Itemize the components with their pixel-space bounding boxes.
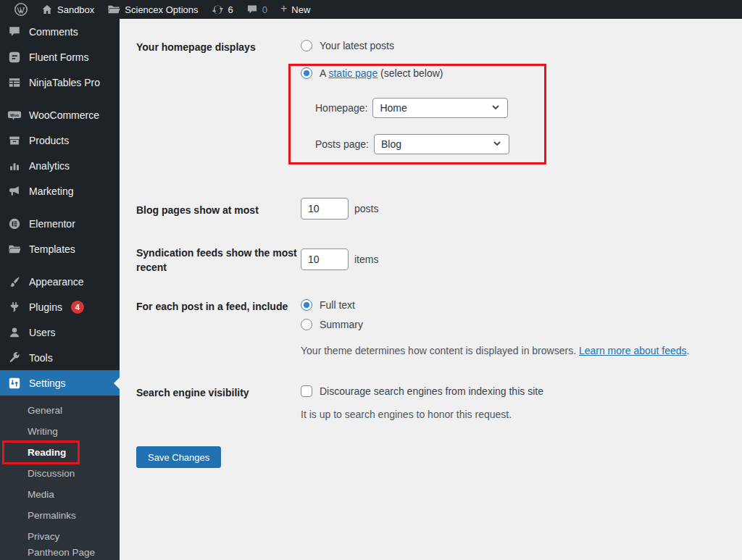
syndication-unit: items (354, 254, 378, 265)
syndication-control: items (301, 244, 742, 275)
sidebar-item-tools[interactable]: Tools (0, 345, 120, 370)
folder-icon (107, 4, 120, 15)
admin-sidebar: Comments Fluent Forms NinjaTables Pro Wo… (0, 19, 120, 560)
submenu-item-media[interactable]: Media (0, 484, 120, 505)
ninja-tables-icon (7, 75, 22, 90)
search-visibility-label: Search engine visibility (136, 384, 301, 422)
sidebar-item-plugins[interactable]: Plugins 4 (0, 294, 120, 319)
sidebar-item-label: NinjaTables Pro (29, 77, 100, 88)
posts-page-select[interactable]: Blog (374, 134, 509, 154)
syndication-count-input[interactable] (301, 248, 349, 270)
blog-pages-control: posts (301, 198, 742, 220)
sidebar-item-woocommerce[interactable]: Woo WooCommerce (0, 102, 120, 128)
submenu-item-label: Reading (28, 447, 66, 458)
options-menu[interactable]: Sciencex Options (101, 0, 204, 19)
plus-icon: + (280, 3, 287, 14)
sidebar-item-label: Templates (29, 243, 75, 255)
comments-count: 0 (262, 4, 267, 15)
woocommerce-icon: Woo (7, 108, 22, 122)
sidebar-item-label: Fluent Forms (29, 51, 88, 63)
summary-option: Summary (301, 317, 742, 332)
posts-page-select-value: Blog (381, 138, 401, 150)
sidebar-item-ninjatables[interactable]: NinjaTables Pro (0, 70, 120, 95)
sidebar-item-label: Users (29, 327, 56, 338)
sidebar-item-marketing[interactable]: Marketing (0, 178, 120, 204)
site-menu[interactable]: Sandbox (35, 0, 101, 19)
submenu-item-label: Discussion (28, 468, 75, 479)
sidebar-item-label: Plugins (29, 301, 62, 313)
static-page-option: A static page (select below) (301, 66, 742, 80)
products-icon (7, 133, 22, 148)
sidebar-item-appearance[interactable]: Appearance (0, 269, 120, 294)
submenu-item-pantheon-page-cache[interactable]: Pantheon Page Cache (0, 547, 120, 560)
submenu-item-label: Pantheon Page Cache (28, 547, 120, 560)
submenu-item-general[interactable]: General (0, 400, 120, 421)
homepage-select[interactable]: Home (372, 98, 508, 118)
chevron-down-icon (491, 138, 503, 151)
full-text-radio[interactable] (301, 299, 312, 311)
chevron-down-icon (490, 101, 501, 115)
sidebar-item-label: Elementor (29, 218, 75, 230)
sidebar-item-templates[interactable]: Templates (0, 236, 120, 262)
submenu-item-permalinks[interactable]: Permalinks (0, 505, 120, 526)
feed-content-label: For each post in a feed, include (136, 298, 301, 358)
submenu-item-reading[interactable]: Reading (0, 442, 120, 463)
feed-helper-suffix: . (687, 345, 690, 356)
updates-count: 6 (228, 4, 233, 15)
full-text-option: Full text (301, 298, 742, 312)
appearance-brush-icon (7, 275, 22, 289)
new-content-menu[interactable]: + New (274, 0, 317, 19)
menu-separator (0, 204, 120, 211)
submenu-item-discussion[interactable]: Discussion (0, 463, 120, 484)
feed-content-row: For each post in a feed, include Full te… (136, 298, 742, 358)
sidebar-item-label: Appearance (29, 276, 84, 288)
latest-posts-radio[interactable] (301, 40, 312, 51)
updates-menu[interactable]: 6 (205, 0, 240, 19)
sidebar-item-comments[interactable]: Comments (0, 19, 120, 44)
search-visibility-row: Search engine visibility Discourage sear… (136, 384, 742, 422)
latest-posts-option: Your latest posts (301, 38, 742, 53)
sidebar-item-settings[interactable]: Settings (0, 370, 120, 396)
menu-separator (0, 262, 120, 269)
elementor-icon (7, 217, 22, 231)
feed-helper-prefix: Your theme determines how content is dis… (301, 345, 579, 356)
sidebar-item-fluent-forms[interactable]: Fluent Forms (0, 44, 120, 70)
submenu-item-label: Privacy (28, 531, 59, 542)
static-page-suffix: (select below) (380, 67, 443, 79)
submenu-item-label: General (28, 405, 62, 416)
static-page-prefix: A (320, 67, 326, 79)
sidebar-item-products[interactable]: Products (0, 128, 120, 153)
options-label: Sciencex Options (125, 4, 198, 15)
settings-icon (7, 376, 22, 390)
home-icon (41, 4, 53, 15)
blog-pages-count-input[interactable] (301, 198, 349, 220)
homepage-select-row: Homepage: Home (315, 98, 742, 118)
blog-pages-unit: posts (354, 203, 378, 214)
static-page-radio[interactable] (301, 67, 312, 79)
wordpress-logo-menu[interactable] (7, 0, 35, 19)
templates-folder-icon (7, 242, 22, 256)
update-icon (212, 4, 224, 16)
summary-radio[interactable] (301, 319, 312, 330)
static-page-link[interactable]: static page (328, 67, 378, 79)
feed-content-control: Full text Summary Your theme determines … (301, 298, 742, 358)
marketing-icon (7, 184, 22, 198)
discourage-indexing-checkbox[interactable] (301, 385, 312, 397)
comments-bubble-menu[interactable]: 0 (240, 0, 274, 19)
learn-more-feeds-link[interactable]: Learn more about feeds (579, 345, 687, 356)
submenu-item-writing[interactable]: Writing (0, 421, 120, 442)
syndication-row: Syndication feeds show the most recent i… (136, 244, 742, 275)
sidebar-item-elementor[interactable]: Elementor (0, 211, 120, 236)
save-changes-button[interactable]: Save Changes (136, 446, 221, 468)
sidebar-item-label: Products (29, 135, 69, 146)
sidebar-item-analytics[interactable]: Analytics (0, 153, 120, 178)
sidebar-item-users[interactable]: Users (0, 319, 120, 345)
discourage-indexing-option: Discourage search engines from indexing … (301, 384, 742, 398)
posts-page-select-label: Posts page: (315, 138, 369, 150)
new-label: New (291, 4, 310, 15)
search-visibility-control: Discourage search engines from indexing … (301, 384, 742, 422)
submenu-item-privacy[interactable]: Privacy (0, 526, 120, 547)
full-text-label: Full text (320, 299, 355, 311)
static-page-label: A static page (select below) (320, 67, 443, 79)
summary-label: Summary (320, 319, 363, 330)
